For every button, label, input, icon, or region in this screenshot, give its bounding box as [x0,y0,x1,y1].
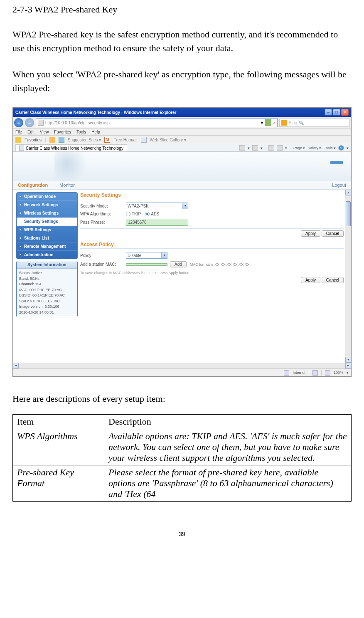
scroll-down-icon[interactable]: ▾ [345,357,351,363]
chevron-down-icon: ▾ [161,252,167,258]
security-settings-section: Security Settings Security Mode: WPA2-PS… [80,192,344,236]
menu-view[interactable]: View [40,130,49,134]
logout-link[interactable]: Logout [332,183,346,188]
menu-edit[interactable]: Edit [27,130,34,134]
stop-button[interactable]: × [273,121,275,125]
address-bar[interactable]: http://10.0.0.10/ap/cfg_security.asp ▾ × [36,118,278,127]
zoom-dropdown-icon[interactable]: ▾ [347,371,349,375]
internet-zone-icon [284,370,289,376]
security-mode-select[interactable]: WPA2-PSK ▾ [126,203,188,209]
radio-tkip[interactable]: TKIP [126,212,141,216]
browser-tab[interactable]: Carrier Class Wireless Home Networking T… [15,144,127,151]
fav-free-hotmail[interactable]: Free Hotmail [113,138,137,142]
horizontal-scrollbar[interactable]: ◂ ▸ [13,363,351,368]
favorites-label: Favorites [25,138,42,142]
header-item: Item [13,415,104,429]
description-intro: Here are descriptions of every setup ite… [12,393,352,404]
security-apply-button[interactable]: Apply [301,230,320,237]
menu-favorites[interactable]: Favorites [54,130,71,134]
system-info-panel: System Information Status: Active Band: … [16,261,78,317]
access-apply-button[interactable]: Apply [301,277,320,283]
sysinfo-status: Status: Active [19,270,75,276]
sidebar-item-network-settings[interactable]: Network Settings [17,201,77,209]
sidebar-item-security-settings[interactable]: Security Settings [17,218,77,226]
mail-icon[interactable] [268,145,274,151]
sidebar: Operation Mode Network Settings Wireless… [16,192,78,361]
zoom-level[interactable]: 100% [334,371,343,375]
search-icon[interactable]: 🔍 [299,121,304,125]
search-box[interactable]: Bing 🔍 [279,119,350,127]
maximize-button[interactable]: □ [333,109,340,116]
tools-menu[interactable]: Tools ▾ [324,146,336,150]
forward-button[interactable]: → [25,118,34,127]
header-description: Description [104,415,352,429]
mac-format-note: MAC format is XX:XX:XX:XX:XX:XX [190,262,250,267]
security-settings-title: Security Settings [80,192,344,199]
menu-file[interactable]: File [15,130,22,134]
close-button[interactable]: × [341,109,349,116]
vertical-scrollbar[interactable]: ▴ ▾ [345,190,351,368]
add-button[interactable]: Add [170,261,187,267]
tab-title: Carrier Class Wireless Home Networking T… [26,146,123,151]
add-favorite-icon[interactable] [49,137,55,143]
menu-tools[interactable]: Tools [76,130,86,134]
menu-help[interactable]: Help [91,130,100,134]
policy-select[interactable]: Disable ▾ [126,252,167,259]
feeds-icon[interactable] [252,145,258,151]
table-header-row: Item Description [13,415,352,429]
sysinfo-mac: MAC: 00:1F:1F:EE:70:AC [19,287,75,293]
bing-icon [281,120,287,126]
internet-zone-label: Internet [293,371,305,375]
sysinfo-bssid: BSSID: 00:1F:1F:EE:70:AC [19,293,75,299]
sidebar-item-remote-management[interactable]: Remote Management [17,242,77,251]
sidebar-item-operation-mode[interactable]: Operation Mode [17,193,77,201]
policy-value: Disable [128,253,141,258]
tab-bar: Carrier Class Wireless Home Networking T… [13,144,351,152]
sidebar-item-administration[interactable]: Administration [17,251,77,259]
cell-description: Available options are: TKIP and AES. 'AE… [104,429,352,465]
sidebar-item-stations-list[interactable]: Stations List [17,234,77,242]
wpa-algorithms-label: WPA Algorithms: [80,212,126,216]
scroll-thumb[interactable] [346,201,351,226]
print-icon[interactable] [277,145,283,151]
sidebar-item-wireless-settings[interactable]: Wireless Settings [17,209,77,218]
access-policy-section: Access Policy Policy: Disable ▾ Add a st… [80,242,344,282]
sysinfo-time: 2010-10-28 14:05:01 [19,310,75,316]
minimize-button[interactable]: – [325,109,332,116]
sysinfo-channel: Channel: 124 [19,282,75,287]
home-icon[interactable] [239,145,245,151]
chevron-down-icon: ▾ [182,203,188,209]
page-menu[interactable]: Page ▾ [293,146,305,150]
help-icon[interactable]: ? [338,145,344,151]
favorites-bar: Favorites | Suggested Sites ▾ M Free Hot… [13,136,351,144]
sidebar-item-wps-settings[interactable]: WPS Settings [17,226,77,234]
back-button[interactable]: ← [14,118,23,127]
radio-aes[interactable]: AES [145,212,159,216]
safety-menu[interactable]: Safety ▾ [307,146,321,150]
mac-input[interactable] [126,263,167,266]
fav-suggested-sites[interactable]: Suggested Sites ▾ [68,138,101,142]
save-note: To save changes in MAC addresses list pl… [80,271,344,275]
refresh-button[interactable] [265,119,271,126]
access-cancel-button[interactable]: Cancel [322,277,344,283]
favorites-star-icon[interactable] [15,137,21,143]
pass-phrase-input[interactable]: 12345678 [126,219,188,226]
scroll-left-icon[interactable]: ◂ [13,363,19,368]
radio-tkip-label: TKIP [132,212,141,216]
banner-graphic [54,152,96,181]
security-mode-value: WPA2-PSK [128,204,149,208]
section-heading: 2-7-3 WPA2 Pre-shared Key [12,4,352,15]
cell-item: Pre-shared Key Format [13,465,104,502]
security-cancel-button[interactable]: Cancel [322,230,344,237]
intro-paragraph-2: When you select 'WPA2 pre-shared key' as… [12,67,352,95]
sidebar-menu: Operation Mode Network Settings Wireless… [16,192,78,259]
scroll-right-icon[interactable]: ▸ [345,363,351,368]
zoom-icon[interactable] [325,370,330,376]
tab-configuration[interactable]: Configuration [18,183,48,188]
access-policy-title: Access Policy [80,242,344,249]
fav-web-slice[interactable]: Web Slice Gallery ▾ [150,138,186,142]
scroll-up-icon[interactable]: ▴ [345,190,351,195]
tab-monitor[interactable]: Monitor [59,183,75,188]
add-mac-label: Add a station MAC: [80,262,126,267]
address-dropdown-icon[interactable]: ▾ [261,121,263,125]
